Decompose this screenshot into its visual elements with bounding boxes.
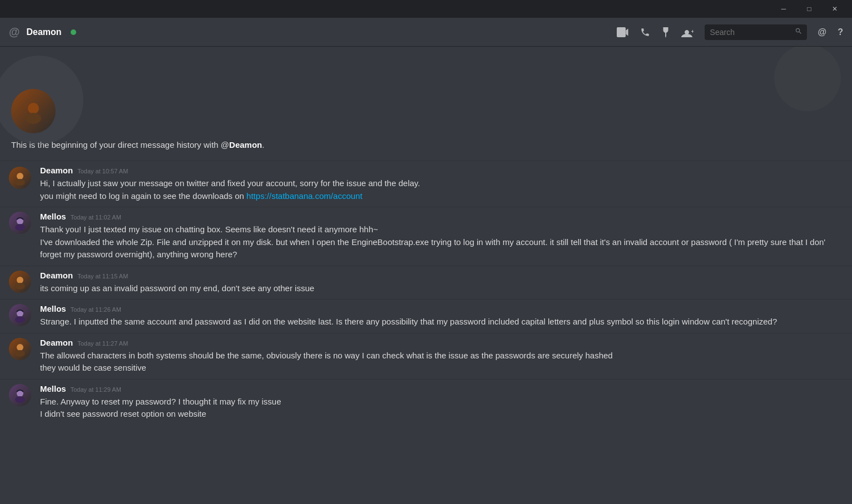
search-input[interactable] [705, 24, 807, 40]
mention-icon[interactable]: @ [818, 27, 827, 37]
message-content: Mellos Today at 11:02 AM Thank you! I ju… [40, 212, 843, 261]
svg-point-7 [15, 283, 25, 290]
avatar [9, 384, 31, 406]
message-header: Deamon Today at 10:57 AM [40, 166, 843, 175]
title-bar: ─ □ ✕ [0, 0, 852, 18]
message-content: Mellos Today at 11:29 AM Fine. Anyway to… [40, 384, 843, 421]
message-header: Deamon Today at 11:15 AM [40, 271, 843, 280]
message-header: Mellos Today at 11:29 AM [40, 384, 843, 393]
window-controls: ─ □ ✕ [771, 0, 848, 18]
minimize-button[interactable]: ─ [771, 0, 796, 18]
bg-avatar-right [774, 47, 841, 111]
chat-area: This is the beginning of your direct mes… [0, 47, 852, 504]
message-header: Mellos Today at 11:02 AM [40, 212, 843, 221]
message-content: Deamon Today at 11:15 AM its coming up a… [40, 271, 843, 295]
message-time: Today at 11:15 AM [77, 273, 128, 280]
svg-point-3 [15, 179, 25, 186]
message-time: Today at 11:02 AM [71, 214, 121, 221]
svg-point-1 [26, 113, 41, 124]
message-text: The allowed characters in both systems s… [40, 350, 843, 375]
svg-point-0 [28, 103, 39, 114]
svg-point-11 [15, 350, 25, 357]
message-author: Mellos [40, 212, 66, 221]
message-author: Deamon [40, 271, 73, 280]
message-text: Strange. I inputted the same account and… [40, 316, 843, 328]
svg-point-5 [15, 224, 25, 231]
avatar [9, 338, 31, 360]
message-text: its coming up as an invalid password on … [40, 282, 843, 295]
message-header: Deamon Today at 11:27 AM [40, 338, 843, 347]
message-content: Deamon Today at 10:57 AM Hi, I actually … [40, 166, 843, 202]
svg-point-10 [17, 344, 23, 351]
message-author: Deamon [40, 338, 73, 347]
svg-point-9 [15, 316, 25, 323]
message-author: Deamon [40, 166, 73, 175]
message-group: Mellos Today at 11:26 AM Strange. I inpu… [0, 299, 852, 333]
message-content: Mellos Today at 11:26 AM Strange. I inpu… [40, 304, 843, 328]
message-time: Today at 11:27 AM [77, 340, 128, 347]
message-time: Today at 11:29 AM [71, 386, 121, 393]
avatar [9, 212, 31, 234]
message-author: Mellos [40, 304, 66, 313]
svg-point-13 [15, 396, 25, 403]
message-time: Today at 10:57 AM [77, 168, 128, 174]
message-text: Thank you! I just texted my issue on cha… [40, 223, 843, 261]
message-content: Deamon Today at 11:27 AM The allowed cha… [40, 338, 843, 375]
beginning-text: This is the beginning of your direct mes… [11, 140, 841, 149]
video-call-icon[interactable] [617, 27, 629, 37]
avatar [9, 271, 31, 293]
avatar [9, 167, 31, 189]
message-group: Mellos Today at 11:29 AM Fine. Anyway to… [0, 379, 852, 425]
beginning-section: This is the beginning of your direct mes… [0, 56, 852, 161]
svg-point-6 [17, 277, 23, 283]
message-text: Hi, I actually just saw your message on … [40, 177, 843, 202]
message-time: Today at 11:26 AM [71, 306, 121, 313]
close-button[interactable]: ✕ [822, 0, 848, 18]
header-icons: @ ? [617, 24, 843, 40]
account-link[interactable]: https://statbanana.com/account [246, 191, 362, 201]
phone-call-icon[interactable] [640, 27, 650, 37]
search-wrapper [705, 24, 807, 40]
message-author: Mellos [40, 384, 66, 393]
at-symbol: @ [9, 26, 20, 38]
message-group: Deamon Today at 11:15 AM its coming up a… [0, 266, 852, 300]
online-indicator [71, 29, 76, 35]
message-group: Deamon Today at 11:27 AM The allowed cha… [0, 333, 852, 379]
svg-point-2 [17, 173, 23, 179]
message-group: Mellos Today at 11:02 AM Thank you! I ju… [0, 207, 852, 266]
channel-header: @ Deamon [0, 18, 852, 47]
message-header: Mellos Today at 11:26 AM [40, 304, 843, 313]
maximize-button[interactable]: □ [796, 0, 822, 18]
dm-avatar-large [11, 89, 56, 133]
help-icon[interactable]: ? [838, 27, 843, 37]
avatar [9, 304, 31, 326]
message-text: Fine. Anyway to reset my password? I tho… [40, 396, 843, 421]
add-member-icon[interactable] [681, 27, 694, 37]
pin-icon[interactable] [661, 27, 670, 38]
channel-username: Deamon [27, 27, 62, 37]
message-group: Deamon Today at 10:57 AM Hi, I actually … [0, 161, 852, 207]
